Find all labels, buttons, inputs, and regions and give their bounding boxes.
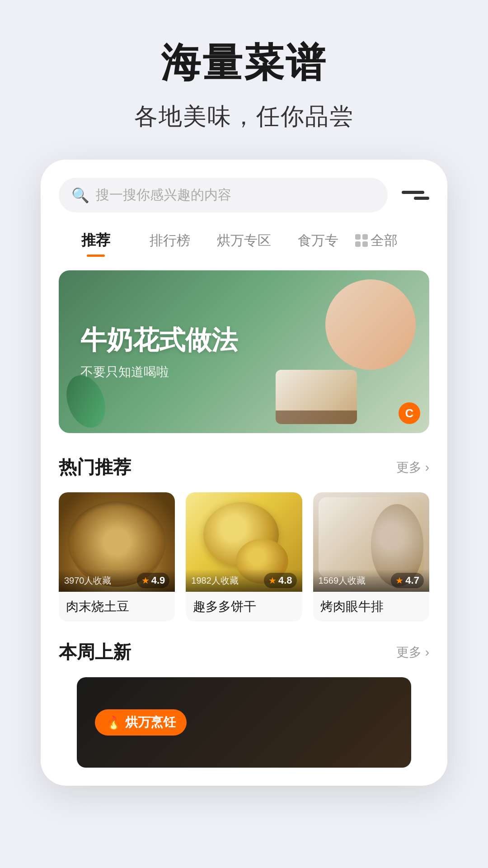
new-badge: 🔥 烘万烹饪 — [95, 709, 187, 736]
fire-icon: 🔥 — [106, 715, 122, 730]
recipe-overlay-2: 1982人收藏 ★ 4.8 — [186, 569, 302, 592]
food-deco-2 — [276, 370, 357, 424]
recipe-name-3: 烤肉眼牛排 — [313, 592, 429, 622]
menu-bar-top — [402, 191, 424, 194]
new-badge-text: 烘万烹饪 — [125, 714, 176, 731]
new-section-card[interactable]: 🔥 烘万烹饪 — [77, 677, 411, 768]
rating-num-3: 4.7 — [405, 575, 419, 586]
sub-title: 各地美味，任你品尝 — [18, 101, 470, 132]
recipe-row: 3970人收藏 ★ 4.9 肉末烧土豆 — [59, 492, 429, 622]
hot-section-more[interactable]: 更多 › — [396, 459, 429, 476]
recipe-card-2[interactable]: 1982人收藏 ★ 4.8 趣多多饼干 — [186, 492, 302, 622]
recipe-overlay-1: 3970人收藏 ★ 4.9 — [59, 569, 175, 592]
recipe-rating-1: ★ 4.9 — [137, 573, 170, 588]
new-section-title: 本周上新 — [59, 640, 131, 665]
recipe-name-1: 肉末烧土豆 — [59, 592, 175, 622]
tab-recommend[interactable]: 推荐 — [59, 227, 133, 258]
tabs-row: 推荐 排行榜 烘万专区 食万专 全部 — [41, 227, 447, 258]
tab-all[interactable]: 全部 — [355, 228, 429, 257]
hot-section: 热门推荐 更多 › 3970人收藏 ★ 4.9 — [41, 455, 447, 622]
search-bar[interactable]: 🔍 搜一搜你感兴趣的内容 — [59, 178, 388, 212]
food-deco-1 — [325, 279, 416, 370]
main-title: 海量菜谱 — [18, 36, 470, 90]
recipe-collect-3: 1569人收藏 — [319, 575, 366, 587]
search-bar-row: 🔍 搜一搜你感兴趣的内容 — [41, 178, 447, 212]
star-icon-2: ★ — [268, 575, 277, 586]
recipe-card-3[interactable]: 1569人收藏 ★ 4.7 烤肉眼牛排 — [313, 492, 429, 622]
recipe-rating-2: ★ 4.8 — [264, 573, 297, 588]
header-section: 海量菜谱 各地美味，任你品尝 — [0, 0, 488, 160]
search-placeholder-text: 搜一搜你感兴趣的内容 — [96, 186, 231, 204]
brand-badge: C — [399, 402, 420, 424]
recipe-img-2: 1982人收藏 ★ 4.8 — [186, 492, 302, 592]
recipe-collect-1: 3970人收藏 — [64, 575, 112, 587]
new-section-more[interactable]: 更多 › — [396, 644, 429, 661]
search-icon: 🔍 — [71, 187, 89, 204]
hot-section-header: 热门推荐 更多 › — [59, 455, 429, 480]
recipe-name-2: 趣多多饼干 — [186, 592, 302, 622]
recipe-overlay-3: 1569人收藏 ★ 4.7 — [313, 569, 429, 592]
recipe-rating-3: ★ 4.7 — [391, 573, 424, 588]
recipe-img-3: 1569人收藏 ★ 4.7 — [313, 492, 429, 592]
new-section-header: 本周上新 更多 › — [59, 640, 429, 665]
tab-ranking[interactable]: 排行榜 — [133, 228, 207, 257]
banner[interactable]: 牛奶花式做法 不要只知道喝啦 C — [59, 270, 429, 433]
hot-section-title: 热门推荐 — [59, 455, 131, 480]
tab-food[interactable]: 食万专 — [281, 228, 355, 257]
recipe-img-1: 3970人收藏 ★ 4.9 — [59, 492, 175, 592]
phone-card: 🔍 搜一搜你感兴趣的内容 推荐 排行榜 烘万专区 食万专 全部 — [41, 160, 447, 786]
tab-baking[interactable]: 烘万专区 — [207, 228, 281, 257]
menu-icon[interactable] — [397, 179, 429, 212]
rating-num-1: 4.9 — [151, 575, 165, 586]
rating-num-2: 4.8 — [278, 575, 292, 586]
grid-icon — [355, 234, 368, 247]
recipe-collect-2: 1982人收藏 — [191, 575, 239, 587]
star-icon-1: ★ — [141, 575, 150, 586]
new-section: 本周上新 更多 › 🔥 烘万烹饪 — [41, 640, 447, 768]
star-icon-3: ★ — [395, 575, 404, 586]
menu-bar-bottom — [414, 197, 429, 200]
recipe-card-1[interactable]: 3970人收藏 ★ 4.9 肉末烧土豆 — [59, 492, 175, 622]
